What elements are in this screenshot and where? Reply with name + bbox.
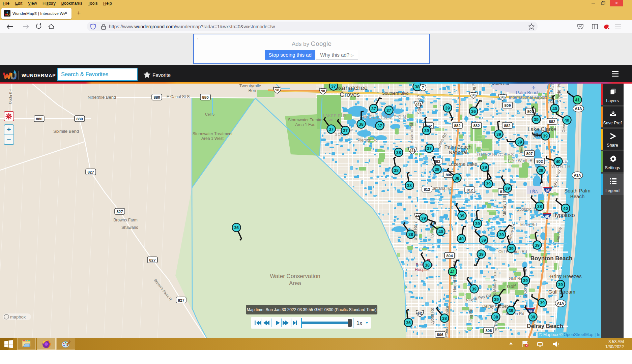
svg-text:39: 39 xyxy=(523,278,528,283)
svg-text:Military Trail: Military Trail xyxy=(502,195,507,216)
svg-text:Boynton Beach: Boynton Beach xyxy=(530,255,573,262)
svg-text:441: 441 xyxy=(415,102,422,107)
svg-text:39: 39 xyxy=(482,165,487,170)
svg-text:39: 39 xyxy=(424,128,429,133)
svg-text:✈: ✈ xyxy=(532,85,536,91)
svg-text:Briny Breezes: Briny Breezes xyxy=(550,273,581,279)
svg-text:Stormwater Treatm: Stormwater Treatm xyxy=(288,118,322,122)
svg-text:39: 39 xyxy=(534,117,539,122)
svg-text:827: 827 xyxy=(149,258,155,262)
svg-text:827: 827 xyxy=(116,210,123,214)
svg-text:Delray Gardens: Delray Gardens xyxy=(482,304,511,309)
svg-text:441: 441 xyxy=(417,311,423,315)
svg-text:39: 39 xyxy=(539,168,543,173)
svg-text:Twentymile: Twentymile xyxy=(239,84,261,88)
svg-text:37: 37 xyxy=(329,127,334,132)
svg-text:802: 802 xyxy=(536,159,543,163)
svg-text:36: 36 xyxy=(406,321,411,325)
svg-text:40: 40 xyxy=(459,237,464,241)
svg-text:39: 39 xyxy=(505,186,510,191)
svg-text:37: 37 xyxy=(343,128,348,133)
svg-text:882: 882 xyxy=(549,120,555,124)
svg-text:39: 39 xyxy=(496,132,501,137)
svg-text:95: 95 xyxy=(545,215,549,219)
svg-text:GREENACRES: GREENACRES xyxy=(477,152,514,157)
svg-text:LAKEFIELD: LAKEFIELD xyxy=(323,114,346,118)
svg-text:882: 882 xyxy=(454,124,460,128)
svg-text:812: 812 xyxy=(466,188,473,192)
svg-text:40: 40 xyxy=(556,159,561,164)
svg-text:827: 827 xyxy=(178,298,184,302)
svg-text:880: 880 xyxy=(153,95,160,99)
svg-text:Area: Area xyxy=(289,280,301,286)
svg-text:882: 882 xyxy=(473,124,480,128)
svg-text:827: 827 xyxy=(87,170,94,174)
svg-text:39: 39 xyxy=(460,214,464,218)
svg-text:Palm Beach: Palm Beach xyxy=(444,144,472,150)
svg-text:Duda Rd: Duda Rd xyxy=(8,89,13,104)
svg-text:36: 36 xyxy=(234,225,239,230)
svg-text:38: 38 xyxy=(396,150,401,155)
svg-text:880: 880 xyxy=(36,117,42,121)
svg-text:E Canal St S: E Canal St S xyxy=(167,94,190,99)
svg-text:39: 39 xyxy=(481,238,486,243)
svg-text:S Military Trail: S Military Trail xyxy=(492,270,497,296)
svg-text:Palm Beach: Palm Beach xyxy=(516,90,540,95)
svg-text:806: 806 xyxy=(485,329,492,333)
svg-text:Shawano: Shawano xyxy=(121,225,138,230)
svg-text:Ben: Ben xyxy=(248,88,256,93)
svg-text:7: 7 xyxy=(422,86,424,90)
svg-text:A1A: A1A xyxy=(557,301,564,305)
svg-text:Hypoluxo Rd: Hypoluxo Rd xyxy=(515,207,538,212)
svg-text:mapbox: mapbox xyxy=(10,314,26,320)
svg-text:National: National xyxy=(449,149,467,155)
svg-text:Jog Rd: Jog Rd xyxy=(471,84,476,93)
svg-text:40: 40 xyxy=(563,206,568,211)
svg-text:880: 880 xyxy=(76,117,83,121)
svg-text:Ninemile Bend: Ninemile Bend xyxy=(88,95,116,100)
svg-text:39: 39 xyxy=(494,297,499,302)
svg-text:807: 807 xyxy=(526,152,533,156)
svg-text:809: 809 xyxy=(504,103,511,108)
svg-text:39: 39 xyxy=(435,167,439,172)
svg-text:Haverhill: Haverhill xyxy=(489,84,509,86)
svg-text:1x: 1x xyxy=(356,320,362,326)
svg-text:Stormwater Treatment: Stormwater Treatment xyxy=(193,131,233,136)
svg-text:98: 98 xyxy=(471,93,476,97)
svg-text:Golf Rd: Golf Rd xyxy=(509,276,523,281)
svg-text:Lantana Rd: Lantana Rd xyxy=(431,186,452,191)
svg-text:98: 98 xyxy=(275,88,279,92)
svg-text:Lyons Rd: Lyons Rd xyxy=(430,221,434,238)
svg-text:880: 880 xyxy=(202,95,208,99)
svg-text:International Airport: International Airport xyxy=(509,95,547,100)
svg-text:39: 39 xyxy=(517,140,522,145)
svg-text:Lake Worth Rd: Lake Worth Rd xyxy=(508,158,535,163)
svg-text:Pierson Rd: Pierson Rd xyxy=(357,138,377,143)
svg-text:806: 806 xyxy=(437,333,443,337)
svg-text:Lyons Rd: Lyons Rd xyxy=(430,308,435,325)
svg-text:37: 37 xyxy=(371,107,376,111)
svg-text:39: 39 xyxy=(509,308,513,313)
svg-text:WELLINGTON: WELLINGTON xyxy=(363,114,407,120)
svg-text:Golf: Golf xyxy=(507,284,516,289)
svg-text:441: 441 xyxy=(409,149,415,153)
svg-text:38: 38 xyxy=(394,168,399,173)
svg-text:39: 39 xyxy=(543,134,548,139)
svg-text:✈: ✈ xyxy=(532,188,536,193)
svg-text:38: 38 xyxy=(455,176,459,181)
svg-text:37: 37 xyxy=(386,108,391,113)
svg-text:38: 38 xyxy=(359,122,364,127)
svg-text:39: 39 xyxy=(499,233,504,237)
svg-text:Area 1 West: Area 1 West xyxy=(201,136,224,141)
svg-text:41: 41 xyxy=(575,98,580,102)
svg-text:Jog Rd: Jog Rd xyxy=(468,309,473,322)
svg-text:39: 39 xyxy=(530,315,535,320)
svg-text:Groves: Groves xyxy=(340,91,360,98)
svg-text:36: 36 xyxy=(471,109,476,114)
svg-text:40: 40 xyxy=(552,107,557,111)
svg-text:Haverhill Rd: Haverhill Rd xyxy=(409,123,413,143)
svg-text:A1A: A1A xyxy=(575,107,582,111)
svg-text:Delray Beach: Delray Beach xyxy=(527,323,563,329)
svg-text:Beach: Beach xyxy=(570,193,585,199)
svg-text:39: 39 xyxy=(486,182,491,186)
